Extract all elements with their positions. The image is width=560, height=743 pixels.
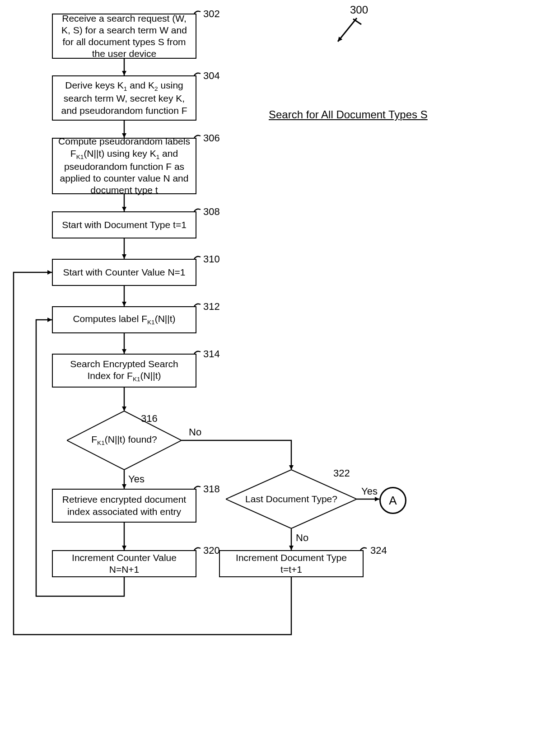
step-314-text: Search Encrypted Search Index for FK1(N|… xyxy=(57,358,191,383)
svg-line-0 xyxy=(338,18,357,42)
ref-302: 302 xyxy=(203,8,220,20)
step-310: Start with Counter Value N=1 xyxy=(52,259,196,286)
step-302: Receive a search request (W, K, S) for a… xyxy=(52,14,196,59)
ref-320: 320 xyxy=(203,545,220,556)
ref-318: 318 xyxy=(203,483,220,495)
ref-306: 306 xyxy=(203,132,220,144)
step-302-text: Receive a search request (W, K, S) for a… xyxy=(57,13,191,60)
step-314: Search Encrypted Search Index for FK1(N|… xyxy=(52,354,196,388)
decision-316: FK1(N||t) found? xyxy=(67,411,182,470)
step-306-text: Compute pseudorandom labels FK1(N||t) us… xyxy=(57,136,191,196)
diagram-title: Search for All Document Types S xyxy=(269,108,428,121)
step-308-text: Start with Document Type t=1 xyxy=(62,219,187,231)
decision-316-yes: Yes xyxy=(128,473,145,485)
step-312-text: Computes label FK1(N||t) xyxy=(73,313,175,326)
ref-322: 322 xyxy=(333,467,350,479)
decision-322-yes: Yes xyxy=(361,486,378,497)
step-308: Start with Document Type t=1 xyxy=(52,211,196,238)
decision-316-no: No xyxy=(189,426,201,438)
flowchart-canvas: 300 Search for All Document Types S xyxy=(0,0,560,743)
step-304-text: Derive keys K1 and K2 using search term … xyxy=(57,79,191,117)
ref-310: 310 xyxy=(203,253,220,265)
step-320: Increment Counter Value N=N+1 xyxy=(52,550,196,577)
step-312: Computes label FK1(N||t) xyxy=(52,306,196,333)
step-324: Increment Document Type t=t+1 xyxy=(219,550,364,577)
step-318: Retrieve encrypted document index associ… xyxy=(52,489,196,523)
step-304: Derive keys K1 and K2 using search term … xyxy=(52,75,196,121)
decision-316-text: FK1(N||t) found? xyxy=(91,434,157,446)
ref-314: 314 xyxy=(203,348,220,360)
connector-a: A xyxy=(379,487,406,514)
ref-308: 308 xyxy=(203,206,220,218)
decision-322-no: No xyxy=(296,532,308,544)
svg-line-1 xyxy=(353,19,361,24)
ref-316: 316 xyxy=(141,413,158,425)
step-318-text: Retrieve encrypted document index associ… xyxy=(57,494,191,518)
step-310-text: Start with Counter Value N=1 xyxy=(63,266,185,278)
decision-322-text: Last Document Type? xyxy=(245,494,337,505)
ref-324: 324 xyxy=(370,545,387,556)
step-320-text: Increment Counter Value N=N+1 xyxy=(57,552,191,576)
ref-312: 312 xyxy=(203,301,220,313)
connector-a-label: A xyxy=(389,494,397,508)
step-306: Compute pseudorandom labels FK1(N||t) us… xyxy=(52,138,196,194)
figure-number-label: 300 xyxy=(350,4,368,16)
step-324-text: Increment Document Type t=t+1 xyxy=(224,552,358,576)
ref-304: 304 xyxy=(203,70,220,82)
